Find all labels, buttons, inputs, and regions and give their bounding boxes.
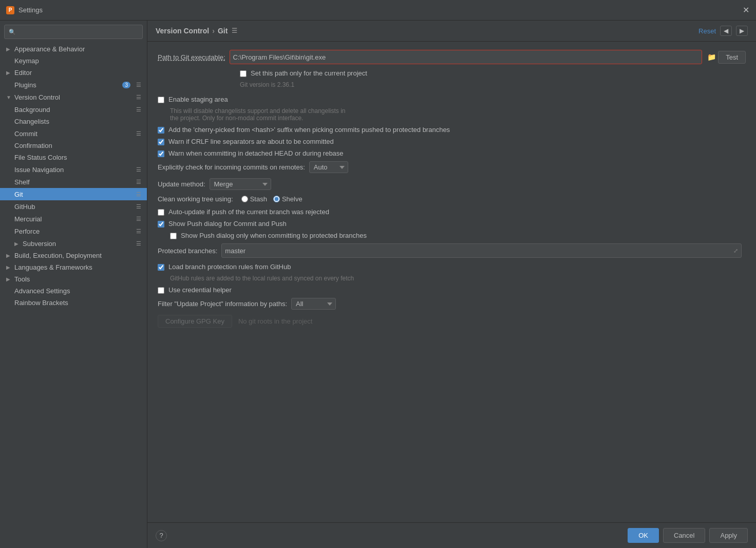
git-path-input[interactable] [233,53,699,61]
expand-icon: ▶ [6,46,12,52]
content-body: Path to Git executable: 📁 Test Set this … [147,42,756,522]
use-credential-checkbox[interactable] [158,287,164,294]
close-button[interactable]: ✕ [742,6,750,14]
title-bar: P Settings ✕ [0,0,756,21]
set-path-label: Set this path only for the current proje… [251,69,367,77]
load-branch-rules-sublabel: GitHub rules are added to the local rule… [170,275,746,282]
set-path-row: Set this path only for the current proje… [240,69,746,77]
stash-option[interactable]: Stash [241,195,267,203]
use-credential-label: Use credential helper [168,286,232,294]
sidebar-item-appearance[interactable]: ▶ Appearance & Behavior [0,43,147,55]
sidebar-item-build[interactable]: ▶ Build, Execution, Deployment [0,250,147,261]
sidebar-item-github[interactable]: GitHub ☰ [0,200,147,213]
set-path-checkbox[interactable] [240,70,247,77]
warn-crlf-row: Warn if CRLF line separators are about t… [158,138,746,145]
filter-update-label: Filter "Update Project" information by p… [158,300,287,308]
content-area: Version Control › Git ☰ Reset ◀ ▶ Path t… [147,21,756,548]
sidebar-item-background[interactable]: Background ☰ [0,103,147,116]
update-method-row: Update method: Merge Rebase Branch Defau… [158,178,746,190]
sidebar-item-editor[interactable]: ▶ Editor [0,67,147,79]
cancel-button[interactable]: Cancel [663,528,705,543]
incoming-commits-row: Explicitly check for incoming commits on… [158,161,746,173]
sidebar-item-advanced[interactable]: ▶ Advanced Settings [0,285,147,297]
load-branch-rules-checkbox[interactable] [158,264,164,271]
ok-button[interactable]: OK [628,528,659,543]
shelve-option[interactable]: Shelve [273,195,303,203]
filter-update-dropdown[interactable]: All Changed None [291,298,336,310]
cherry-pick-checkbox[interactable] [158,127,164,134]
update-method-dropdown[interactable]: Merge Rebase Branch Default [210,178,271,190]
expand-icon: ▶ [6,70,12,75]
filter-update-row: Filter "Update Project" information by p… [158,298,746,310]
header-actions: Reset ◀ ▶ [698,26,748,36]
sidebar-item-issue-navigation[interactable]: Issue Navigation ☰ [0,163,147,176]
sidebar-item-changelists[interactable]: Changelists [0,116,147,127]
protected-branches-label: Protected branches: [158,247,217,255]
protected-branches-input-wrap[interactable]: ⤢ [221,243,742,258]
sidebar-item-git[interactable]: Git ☰ [0,188,147,200]
sidebar-item-keymap[interactable]: ▶ Keymap [0,55,147,67]
path-input-wrap[interactable] [230,50,703,64]
sidebar-item-confirmation[interactable]: Confirmation [0,140,147,152]
breadcrumb-menu-icon[interactable]: ☰ [232,27,237,34]
auto-update-checkbox[interactable] [158,209,164,216]
update-method-label: Update method: [158,180,205,188]
folder-browse-button[interactable]: 📁 [705,52,718,62]
shelve-radio[interactable] [273,196,280,202]
settings-icon: ☰ [135,215,143,223]
warn-crlf-checkbox[interactable] [158,139,164,145]
clean-working-tree-row: Clean working tree using: Stash Shelve [158,195,746,203]
sidebar-item-languages[interactable]: ▶ Languages & Frameworks [0,261,147,273]
footer: ? OK Cancel Apply [147,522,756,548]
expand-icon: ▶ [6,253,12,258]
expand-icon: ⤢ [733,248,738,254]
cherry-pick-label: Add the 'cherry-picked from <hash>' suff… [168,126,450,134]
show-push-dialog-label: Show Push dialog for Commit and Push [168,220,287,228]
apply-button[interactable]: Apply [709,528,748,543]
enable-staging-checkbox[interactable] [158,97,164,103]
shelve-label: Shelve [282,195,303,203]
warn-detached-row: Warn when committing in detached HEAD or… [158,149,746,157]
warn-detached-checkbox[interactable] [158,150,164,157]
expand-icon: ▶ [6,276,12,282]
settings-icon: ☰ [135,190,143,198]
sidebar-item-plugins[interactable]: ▶ Plugins 3 ☰ [0,79,147,91]
auto-update-row: Auto-update if push of the current branc… [158,208,746,216]
sidebar-item-perforce[interactable]: Perforce ☰ [0,225,147,237]
stash-radio[interactable] [241,196,248,202]
load-branch-rules-label: Load branch protection rules from GitHub [168,263,291,271]
sidebar-item-commit[interactable]: Commit ☰ [0,127,147,140]
configure-gpg-row: Configure GPG Key No git roots in the pr… [158,315,746,328]
search-icon: 🔍 [9,29,16,35]
expand-icon: ▶ [6,264,12,270]
show-push-dialog-row: Show Push dialog for Commit and Push [158,220,746,228]
protected-branches-input[interactable] [225,247,733,255]
use-credential-row: Use credential helper [158,286,746,294]
content-header: Version Control › Git ☰ Reset ◀ ▶ [147,21,756,42]
sidebar-item-tools[interactable]: ▶ Tools [0,273,147,285]
configure-gpg-button[interactable]: Configure GPG Key [158,315,232,328]
sidebar-item-rainbow[interactable]: ▶ Rainbow Brackets [0,297,147,309]
sidebar-item-shelf[interactable]: Shelf ☰ [0,176,147,188]
sidebar-item-version-control[interactable]: ▼ Version Control ☰ [0,91,147,103]
settings-icon: ☰ [135,81,143,89]
reset-button[interactable]: Reset [698,27,716,35]
nav-back-button[interactable]: ◀ [720,26,732,36]
help-button[interactable]: ? [156,530,167,541]
warn-crlf-label: Warn if CRLF line separators are about t… [168,138,334,145]
test-button[interactable]: Test [718,51,746,64]
search-box[interactable]: 🔍 [4,25,143,39]
nav-forward-button[interactable]: ▶ [736,26,748,36]
clean-working-tree-label: Clean working tree using: [158,195,233,203]
incoming-commits-dropdown[interactable]: Auto Always Never [309,161,348,173]
git-executable-label: Path to Git executable: [158,53,225,61]
sidebar: 🔍 ▶ Appearance & Behavior ▶ Keymap ▶ Edi… [0,21,147,548]
sidebar-item-mercurial[interactable]: Mercurial ☰ [0,213,147,225]
show-push-protected-checkbox[interactable] [170,233,177,239]
enable-staging-label: Enable staging area [168,96,228,103]
show-push-protected-row: Show Push dialog only when committing to… [170,232,746,239]
sidebar-item-subversion[interactable]: ▶ Subversion ☰ [0,237,147,250]
footer-actions: OK Cancel Apply [628,528,748,543]
show-push-dialog-checkbox[interactable] [158,221,164,228]
sidebar-item-file-status-colors[interactable]: File Status Colors [0,152,147,163]
